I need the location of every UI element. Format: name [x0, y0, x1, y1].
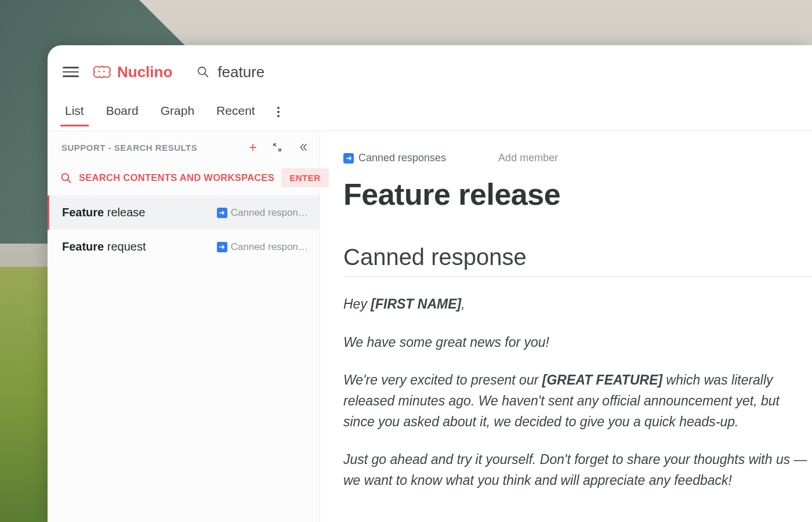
- brain-icon: [92, 64, 111, 79]
- more-icon[interactable]: [277, 107, 280, 123]
- svg-point-1: [103, 71, 105, 72]
- search-contents-label: SEARCH CONTENTS AND WORKSPACES: [79, 172, 274, 183]
- page-title: Feature release: [343, 177, 812, 212]
- result-title: Feature request: [62, 240, 146, 253]
- tab-graph[interactable]: Graph: [161, 104, 194, 126]
- body-paragraph: Just go ahead and try it yourself. Don't…: [343, 449, 812, 491]
- sidebar: SUPPORT - SEARCH RESULTS + SEARCH CONTE: [48, 131, 320, 522]
- tab-recent[interactable]: Recent: [216, 104, 255, 126]
- body-paragraph: We're very excited to present our [GREAT…: [343, 370, 812, 432]
- search-result-item[interactable]: Feature release ➜ Canned respon…: [48, 195, 320, 230]
- expand-icon[interactable]: [272, 142, 282, 153]
- arrow-right-icon: ➜: [217, 208, 227, 218]
- section-title: Canned response: [343, 244, 812, 277]
- breadcrumb-row: ➜ Canned responses Add member: [343, 152, 812, 164]
- arrow-right-icon: ➜: [217, 242, 227, 252]
- content-pane: ➜ Canned responses Add member Feature re…: [320, 131, 812, 522]
- result-title: Feature release: [62, 206, 145, 219]
- menu-icon[interactable]: [63, 64, 79, 80]
- tab-list[interactable]: List: [65, 104, 84, 126]
- brand-logo[interactable]: Nuclino: [92, 63, 172, 81]
- tab-board[interactable]: Board: [106, 104, 139, 126]
- body-paragraph: Hey [FIRST NAME],: [343, 294, 812, 315]
- search-result-item[interactable]: Feature request ➜ Canned respon…: [48, 230, 320, 264]
- topbar: Nuclino: [48, 45, 812, 99]
- svg-line-3: [205, 74, 208, 77]
- sidebar-header-label: SUPPORT - SEARCH RESULTS: [61, 143, 197, 153]
- collapse-icon[interactable]: [298, 142, 308, 153]
- search-group: [197, 63, 449, 81]
- breadcrumb[interactable]: ➜ Canned responses: [343, 152, 446, 164]
- svg-point-0: [98, 71, 100, 72]
- add-member-button[interactable]: Add member: [498, 152, 558, 164]
- view-tabs: List Board Graph Recent: [48, 99, 812, 131]
- search-icon: [60, 172, 72, 184]
- sidebar-header: SUPPORT - SEARCH RESULTS +: [48, 131, 320, 160]
- app-window: Nuclino List Board Graph Recent SUPPORT …: [48, 45, 812, 522]
- add-icon[interactable]: +: [249, 140, 257, 154]
- search-input[interactable]: [217, 63, 449, 81]
- search-contents-row[interactable]: SEARCH CONTENTS AND WORKSPACES ENTER: [48, 160, 320, 195]
- brand-name: Nuclino: [117, 63, 172, 81]
- arrow-right-icon: ➜: [343, 153, 354, 164]
- result-meta: ➜ Canned respon…: [217, 241, 308, 253]
- search-icon: [197, 66, 209, 78]
- svg-line-5: [68, 179, 71, 182]
- result-meta: ➜ Canned respon…: [217, 207, 308, 219]
- body-paragraph: We have some great news for you!: [343, 332, 812, 353]
